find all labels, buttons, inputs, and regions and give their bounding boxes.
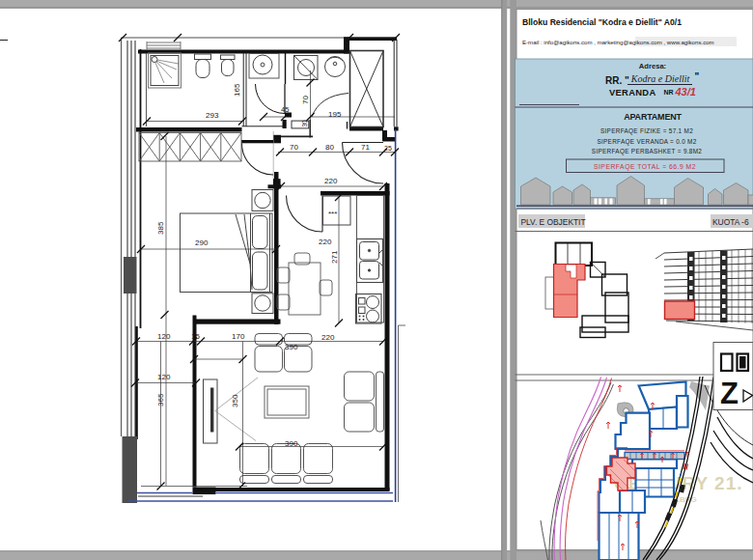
svg-text:80: 80	[325, 143, 334, 152]
svg-text:390: 390	[285, 439, 298, 448]
svg-text:70: 70	[290, 143, 298, 152]
svg-text:43/1: 43/1	[675, 86, 696, 98]
svg-text:SIPERFAQE FIZIKE = 57.1 M2: SIPERFAQE FIZIKE = 57.1 M2	[600, 127, 693, 135]
svg-text:25: 25	[384, 145, 392, 152]
svg-text:": "	[695, 71, 700, 82]
svg-text:Kodra e Diellit: Kodra e Diellit	[630, 73, 690, 84]
svg-text:PLV. E OBJEKTIT: PLV. E OBJEKTIT	[521, 217, 586, 227]
svg-text:290: 290	[195, 238, 209, 247]
svg-text:Z: Z	[720, 377, 739, 410]
svg-text:45: 45	[281, 105, 289, 114]
svg-text:Blloku Residencial "Kodra e Di: Blloku Residencial "Kodra e Diellit" A0/…	[522, 17, 682, 27]
svg-text:SIPERFAQE VERANDA = 0.0 M2: SIPERFAQE VERANDA = 0.0 M2	[597, 138, 696, 146]
svg-text:365: 365	[156, 393, 165, 406]
svg-text:***: ***	[328, 210, 337, 218]
svg-text:120: 120	[157, 332, 171, 341]
svg-text:71: 71	[361, 143, 370, 152]
svg-text:E-mail : info@agikons.com , ma: E-mail : info@agikons.com , marketing@ag…	[522, 39, 714, 45]
svg-text:385: 385	[156, 221, 165, 235]
svg-text:350: 350	[231, 394, 239, 407]
svg-text:165: 165	[233, 83, 241, 97]
svg-text:APARTAMENT: APARTAMENT	[624, 112, 682, 122]
svg-text:SIPERFAQE TOTAL = 66.9: SIPERFAQE TOTAL = 66.9 M2	[594, 163, 696, 171]
svg-text:195: 195	[328, 110, 342, 119]
svg-text:390: 390	[285, 343, 298, 351]
svg-text:271: 271	[330, 250, 339, 264]
svg-text:Adresa:: Adresa:	[639, 62, 666, 70]
svg-text:70: 70	[301, 96, 310, 104]
svg-text:170: 170	[232, 332, 245, 341]
svg-text:VERANDA: VERANDA	[609, 87, 655, 98]
svg-text:RR. ": RR. "	[605, 75, 629, 86]
svg-text:NR: NR	[664, 89, 674, 96]
svg-text:15: 15	[191, 332, 200, 341]
svg-text:30: 30	[301, 120, 308, 127]
svg-text:120: 120	[157, 373, 171, 381]
svg-text:SIPERFAQE PERBASHKET = 9.8M2: SIPERFAQE PERBASHKET = 9.8M2	[592, 148, 702, 155]
svg-text:220: 220	[321, 333, 335, 342]
svg-text:293: 293	[206, 111, 219, 120]
svg-text:220: 220	[319, 238, 332, 246]
svg-text:KUOTA -6: KUOTA -6	[712, 217, 749, 227]
svg-text:220: 220	[324, 177, 338, 185]
